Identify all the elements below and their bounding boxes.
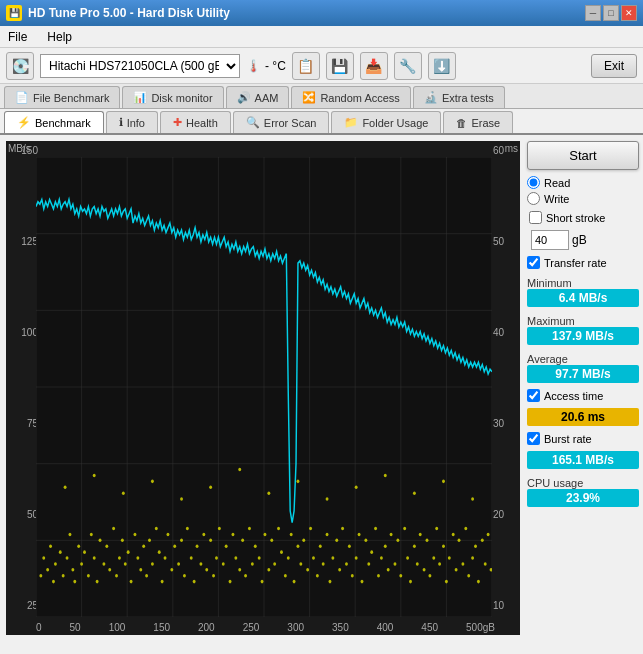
svg-point-129 [394,562,397,566]
minimize-button[interactable]: ─ [585,5,601,21]
maximum-section: Maximum 137.9 MB/s [527,313,639,345]
folder-usage-icon: 📁 [344,116,358,129]
tab-random-access[interactable]: 🔀 Random Access [291,86,410,108]
svg-point-169 [326,497,329,501]
svg-point-76 [222,562,225,566]
tab-health[interactable]: ✚ Health [160,111,231,133]
svg-point-27 [69,533,72,537]
tab-aam[interactable]: 🔊 AAM [226,86,290,108]
close-button[interactable]: ✕ [621,5,637,21]
svg-point-29 [73,580,76,584]
svg-point-132 [403,527,406,531]
svg-point-70 [202,533,205,537]
svg-point-72 [209,539,212,543]
help-menu[interactable]: Help [43,28,76,46]
window-title: HD Tune Pro 5.00 - Hard Disk Utility [28,6,230,20]
disk-icon-btn[interactable]: 💾 [326,52,354,80]
tab-benchmark[interactable]: ⚡ Benchmark [4,111,104,133]
svg-point-167 [267,491,270,495]
exit-button[interactable]: Exit [591,54,637,78]
svg-point-106 [319,544,322,548]
svg-point-117 [355,556,358,560]
svg-point-97 [290,533,293,537]
short-stroke-input[interactable] [531,230,569,250]
tab-error-scan[interactable]: 🔍 Error Scan [233,111,330,133]
right-panel: Start Read Write Short stroke gB Transfe… [523,135,643,641]
svg-point-157 [484,562,487,566]
temperature-value: - °C [265,59,286,73]
access-time-value: 20.6 ms [527,408,639,426]
tab-folder-usage[interactable]: 📁 Folder Usage [331,111,441,133]
tab-file-benchmark[interactable]: 📄 File Benchmark [4,86,120,108]
read-radio-label[interactable]: Read [527,176,639,189]
file-benchmark-icon: 📄 [15,91,29,104]
access-time-checkbox[interactable] [527,389,540,402]
svg-point-99 [297,544,300,548]
svg-point-136 [416,562,419,566]
svg-point-96 [287,556,290,560]
svg-point-103 [309,527,312,531]
svg-point-55 [155,527,158,531]
download-icon-btn[interactable]: ⬇️ [428,52,456,80]
svg-point-79 [231,533,234,537]
svg-point-74 [215,556,218,560]
svg-point-163 [151,480,154,484]
svg-point-37 [99,539,102,543]
tools-icon-btn[interactable]: 🔧 [394,52,422,80]
svg-point-87 [258,556,261,560]
tab-erase[interactable]: 🗑 Erase [443,111,513,133]
transfer-rate-checkbox[interactable] [527,256,540,269]
error-scan-icon: 🔍 [246,116,260,129]
svg-point-122 [370,550,373,554]
tab-extra-tests[interactable]: 🔬 Extra tests [413,86,505,108]
read-radio[interactable] [527,176,540,189]
info-icon-btn[interactable]: 📋 [292,52,320,80]
short-stroke-label: Short stroke [546,212,605,224]
read-label: Read [544,177,570,189]
svg-point-158 [487,533,490,537]
maximize-button[interactable]: □ [603,5,619,21]
svg-point-61 [173,544,176,548]
tabs-row2: ⚡ Benchmark ℹ Info ✚ Health 🔍 Error Scan… [0,109,643,135]
toolbar: 💽 Hitachi HDS721050CLA (500 gB) 🌡️ - °C … [0,48,643,84]
y-axis-left: 150 125 100 75 50 25 [8,141,38,615]
write-radio-label[interactable]: Write [527,192,639,205]
svg-point-56 [158,550,161,554]
drive-select[interactable]: Hitachi HDS721050CLA (500 gB) [40,54,240,78]
svg-point-58 [164,556,167,560]
svg-point-107 [322,562,325,566]
svg-point-19 [42,556,45,560]
svg-point-95 [284,574,287,578]
average-value: 97.7 MB/s [527,365,639,383]
start-button[interactable]: Start [527,141,639,170]
svg-point-153 [471,556,474,560]
svg-point-54 [151,562,154,566]
short-stroke-row: Short stroke [529,211,639,224]
short-stroke-checkbox[interactable] [529,211,542,224]
chart-svg [36,157,492,617]
svg-point-41 [112,527,115,531]
svg-point-118 [358,533,361,537]
svg-point-81 [238,568,241,572]
tab-disk-monitor[interactable]: 📊 Disk monitor [122,86,223,108]
burst-rate-checkbox[interactable] [527,432,540,445]
cpu-usage-section: CPU usage 23.9% [527,475,639,507]
svg-point-100 [299,562,302,566]
svg-point-92 [273,562,276,566]
svg-point-52 [145,574,148,578]
svg-point-108 [326,533,329,537]
file-menu[interactable]: File [4,28,31,46]
chart-area: MB/s ms 150 125 100 75 50 25 60 50 40 30… [6,141,520,635]
svg-point-145 [445,580,448,584]
save-icon-btn[interactable]: 📥 [360,52,388,80]
svg-point-164 [180,497,183,501]
content-area: MB/s ms 150 125 100 75 50 25 60 50 40 30… [0,135,643,641]
write-radio[interactable] [527,192,540,205]
svg-point-170 [355,485,358,489]
svg-point-46 [127,550,130,554]
title-bar: 💾 HD Tune Pro 5.00 - Hard Disk Utility ─… [0,0,643,26]
svg-point-155 [477,580,480,584]
svg-point-94 [280,550,283,554]
transfer-rate-label: Transfer rate [544,257,607,269]
tab-info[interactable]: ℹ Info [106,111,158,133]
